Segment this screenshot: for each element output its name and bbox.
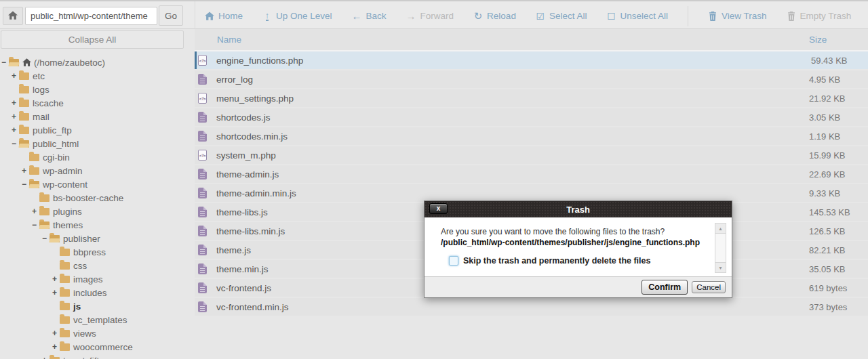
tree-item-label: public_html [33,139,79,149]
tree-item-css[interactable]: css [0,259,190,272]
tree-item-images[interactable]: +images [0,272,190,286]
table-header: Name Size [195,29,868,51]
expand-icon[interactable]: + [12,72,19,80]
tree-item-cgi-bin[interactable]: cgi-bin [0,150,190,164]
file-row[interactable]: vc-frontend.min.js373 bytes [195,298,868,316]
tree-item-views[interactable]: +views [0,326,190,340]
tree-item-logs[interactable]: logs [0,83,190,96]
tree-item-wp-content[interactable]: −wp-content [0,177,190,191]
collapse-icon[interactable]: − [22,181,29,188]
toolbar-button-label: Up One Level [276,11,332,21]
tree-item-js[interactable]: js [0,299,190,313]
trash-dialog-title: Trash [566,205,590,215]
toolbar-button-back[interactable]: ←Back [352,11,387,21]
tree-item-label: publisher [63,234,100,244]
trash-dialog: x Trash Are you sure you want to move th… [424,200,732,298]
expand-icon[interactable]: + [12,113,19,121]
file-name: theme-libs.min.js [216,226,285,236]
expand-icon[interactable]: + [52,330,60,337]
file-row[interactable]: menu_settings.php21.92 KB [195,89,868,107]
tree-item-plugins[interactable]: +plugins [0,205,190,218]
collapse-icon[interactable]: − [32,221,39,229]
file-size: 1.19 KB [809,131,840,142]
expand-icon[interactable]: + [32,208,39,215]
file-row[interactable]: engine_functions.php59.43 KB [195,51,868,69]
file-row[interactable]: shortcodes.min.js1.19 KB [195,127,868,145]
tree-item-public-html[interactable]: −public_html [0,137,190,150]
tree-item-bs-booster-cache[interactable]: bs-booster-cache [0,191,190,205]
file-row[interactable]: theme-admin.js22.69 KB [195,165,868,183]
column-header-size[interactable]: Size [809,35,827,45]
tree-item-themes[interactable]: −themes [0,218,190,232]
toolbar-button-view-trash[interactable]: View Trash [708,11,767,21]
scroll-up-icon[interactable]: ▲ [715,224,726,234]
file-size: 145.53 KB [809,207,850,217]
tree-item-label: lscache [33,98,64,108]
file-row[interactable]: shortcodes.js3.05 KB [195,108,868,126]
collapse-icon[interactable]: − [1,59,9,66]
folder-icon [19,113,29,121]
tree-item-label: css [73,261,87,271]
collapse-all-button[interactable]: Collapse All [1,30,184,49]
file-name: shortcodes.js [216,112,271,123]
scroll-down-icon[interactable]: ▼ [715,262,726,272]
toolbar-button-reload[interactable]: ↻Reload [473,11,516,21]
expand-icon[interactable]: + [22,167,29,175]
trash-icon [787,12,796,21]
go-button[interactable]: Go [159,5,183,26]
tree-item-label: views [73,329,96,339]
expand-icon[interactable]: + [12,100,19,107]
tree-item-label: twentyfifteen [63,356,115,359]
toolbar-button-select-all[interactable]: ☑Select All [536,11,587,21]
file-row[interactable]: system_m.php15.99 KB [195,146,868,164]
tree-item-twentyfifteen[interactable]: +twentyfifteen [0,354,190,359]
tree-item-wp-admin[interactable]: +wp-admin [0,164,190,177]
php-file-icon [198,93,207,104]
tree-item-woocommerce[interactable]: +woocommerce [0,340,190,354]
confirm-button[interactable]: Confirm [642,280,688,295]
expand-icon[interactable]: + [52,276,60,283]
tree-item-lscache[interactable]: +lscache [0,96,190,110]
tree-item-home-zaubetoc[interactable]: −(/home/zaubetoc) [0,56,190,69]
folder-icon [60,316,70,324]
toolbar-button-up-one-level[interactable]: ↑Up One Level [262,11,332,21]
skip-trash-option: Skip the trash and permanently delete th… [449,256,709,266]
tree-item-etc[interactable]: +etc [0,69,190,83]
open-folder-icon [19,140,29,148]
file-icon [198,207,207,217]
collapse-icon[interactable]: − [42,235,50,242]
file-toolbar: Home↑Up One Level←Back→Forward↻Reload☑Se… [195,1,868,30]
home-directory-button[interactable] [3,7,23,25]
folder-icon [60,330,70,337]
expand-icon[interactable]: + [42,357,50,359]
path-input[interactable] [25,7,157,25]
tree-item-label: bs-booster-cache [53,193,123,203]
file-icon [198,301,207,312]
home-icon [8,10,18,22]
close-icon[interactable]: x [429,203,448,214]
file-row[interactable]: theme-admin.min.js9.33 KB [195,184,868,202]
tree-item-publisher[interactable]: −publisher [0,232,190,245]
dialog-scrollbar[interactable]: ▲ ▼ [715,223,726,273]
file-name: engine_functions.php [216,56,303,66]
file-row[interactable]: error_log4.95 KB [195,70,868,88]
tree-item-public-ftp[interactable]: +public_ftp [0,123,190,137]
toolbar-button-unselect-all[interactable]: ☐Unselect All [606,11,668,21]
expand-icon[interactable]: + [52,289,60,297]
tree-item-vc-templates[interactable]: vc_templates [0,313,190,326]
tree-item-includes[interactable]: +includes [0,286,190,299]
toolbar-button-home[interactable]: Home [205,11,243,21]
tree-item-bbpress[interactable]: bbpress [0,245,190,259]
toolbar-separator [688,6,688,26]
cancel-button[interactable]: Cancel [692,281,726,293]
expand-icon[interactable]: + [52,343,60,351]
tree-item-mail[interactable]: +mail [0,110,190,123]
folder-icon [29,167,39,175]
column-header-name[interactable]: Name [217,35,241,45]
collapse-icon[interactable]: − [12,140,19,148]
expand-icon[interactable]: + [12,127,19,134]
file-size: 21.92 KB [809,93,846,104]
folder-icon [60,276,70,283]
open-folder-icon [9,59,19,66]
skip-trash-checkbox[interactable] [449,256,458,266]
